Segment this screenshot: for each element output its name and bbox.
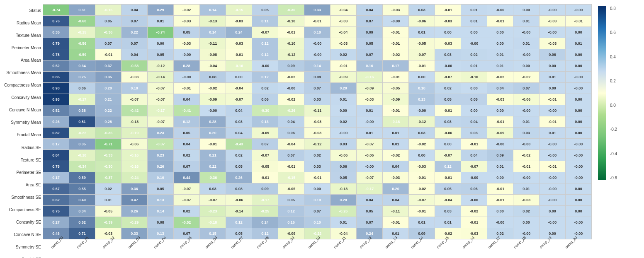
heatmap-cell: 0.47 — [122, 195, 147, 205]
heatmap-cell: 0.02 — [252, 83, 278, 94]
heatmap-cell: -0.60 — [69, 16, 95, 27]
heatmap-cell: -0.12 — [278, 49, 304, 60]
heatmap-cell: -0.00 — [566, 139, 591, 149]
colorbar-tick-label: -0.6 — [610, 176, 617, 180]
heatmap-cell: 0.12 — [174, 116, 199, 127]
main-container: StatusRadius MeanTexture MeanPerimeter M… — [0, 0, 644, 258]
heatmap-cell: 0.00 — [566, 128, 591, 138]
heatmap-cell: 0.03 — [200, 183, 226, 194]
heatmap-cell: 0.01 — [513, 116, 539, 127]
heatmap-cell: -0.00 — [540, 217, 565, 228]
heatmap-cell: -0.03 — [383, 5, 408, 15]
heatmap-cell: 0.08 — [148, 217, 173, 228]
heatmap-cell: 0.01 — [148, 16, 173, 27]
heatmap-cell: 0.05 — [148, 49, 173, 60]
heatmap-cell: -0.01 — [409, 60, 435, 71]
row-labels: StatusRadius MeanTexture MeanPerimeter M… — [4, 4, 43, 258]
heatmap-cell: -0.01 — [540, 116, 565, 127]
heatmap-cell: -0.00 — [304, 38, 330, 49]
heatmap-cell: 0.00 — [487, 38, 513, 49]
heatmap-cell: 0.62 — [43, 195, 69, 205]
heatmap-cell: -0.00 — [540, 183, 565, 194]
heatmap-cell: 0.05 — [357, 206, 382, 217]
heatmap-cell: -0.03 — [383, 172, 408, 183]
heatmap-cell: 0.02 — [435, 83, 461, 94]
heatmap-cell: 0.52 — [69, 217, 95, 228]
heatmap-cell: 0.21 — [200, 150, 226, 161]
heatmap-cell: 0.10 — [148, 172, 173, 183]
row-label: Smoothness SE — [4, 192, 41, 203]
heatmap-cell: -0.01 — [383, 105, 408, 116]
heatmap-cell: -0.02 — [278, 94, 304, 105]
heatmap-cell: -0.00 — [357, 161, 382, 172]
heatmap-cell: 0.00 — [540, 206, 565, 217]
heatmap-cell: 0.13 — [409, 94, 435, 105]
heatmap-cell: 0.04 — [278, 116, 304, 127]
heatmap-cell: 0.07 — [278, 150, 304, 161]
heatmap-cell: 0.14 — [200, 5, 226, 15]
heatmap-cell: 0.03 — [409, 128, 435, 138]
heatmap-cell: -0.06 — [357, 150, 382, 161]
colorbar-tick-label: -0.2 — [610, 127, 617, 132]
heatmap-cell: -0.00 — [513, 105, 539, 116]
heatmap-cell: -0.06 — [513, 94, 539, 105]
heatmap-cell: 0.00 — [435, 139, 461, 149]
row-label: Compactness Mean — [4, 80, 41, 91]
heatmap-cell: -0.07 — [148, 94, 173, 105]
heatmap-cell: -0.06 — [122, 139, 147, 149]
heatmap-cell: 0.00 — [487, 206, 513, 217]
heatmap-cell: -0.17 — [252, 195, 278, 205]
heatmap-cell: 0.55 — [69, 183, 95, 194]
heatmap-cell: 0.00 — [513, 217, 539, 228]
heatmap-cell: -0.00 — [566, 217, 591, 228]
heatmap-cell: 0.28 — [95, 116, 121, 127]
heatmap-cell: 0.07 — [174, 161, 199, 172]
heatmap-cell: 0.22 — [122, 27, 147, 38]
heatmap-cell: -0.01 — [566, 16, 591, 27]
heatmap-cell: -0.07 — [252, 27, 278, 38]
colorbar: 0.80.60.40.20.0-0.2-0.4-0.6 — [598, 6, 617, 258]
heatmap-cell: -0.15 — [69, 27, 95, 38]
heatmap-cell: 0.20 — [200, 128, 226, 138]
heatmap-cell: 0.06 — [461, 183, 487, 194]
heatmap-cell: 0.04 — [357, 5, 382, 15]
heatmap-cell: -0.01 — [200, 139, 226, 149]
heatmap-cell: -0.11 — [200, 38, 226, 49]
heatmap-cell: 0.02 — [331, 49, 356, 60]
colorbar-tick-label: 0.2 — [610, 79, 617, 83]
heatmap-cell: 0.04 — [461, 150, 487, 161]
heatmap-cell: 0.35 — [95, 72, 121, 82]
heatmap-cell: 0.26 — [148, 161, 173, 172]
heatmap-cell: -0.09 — [383, 94, 408, 105]
heatmap-cell: 0.03 — [435, 206, 461, 217]
heatmap-cell: -0.07 — [174, 183, 199, 194]
heatmap-cell: -0.03 — [331, 38, 356, 49]
heatmap-cell: -0.00 — [174, 72, 199, 82]
heatmap-cell: -0.00 — [461, 195, 487, 205]
heatmap-cell: 0.05 — [331, 172, 356, 183]
heatmap-cell: -0.02 — [200, 83, 226, 94]
heatmap-cell: 0.16 — [278, 217, 304, 228]
heatmap-cell: -0.07 — [252, 150, 278, 161]
heatmap-cell: 0.00 — [461, 27, 487, 38]
heatmap-cell: 0.12 — [435, 161, 461, 172]
heatmap-cell: 0.09 — [357, 27, 382, 38]
heatmap-cell: 0.03 — [304, 161, 330, 172]
heatmap-cell: -0.00 — [540, 27, 565, 38]
heatmap-cell: -0.01 — [304, 16, 330, 27]
heatmap-cell: -0.09 — [487, 128, 513, 138]
heatmap-cell: -0.30 — [278, 5, 304, 15]
heatmap-cell: -0.16 — [226, 60, 252, 71]
heatmap-cell: 0.27 — [43, 217, 69, 228]
heatmap-cell: -0.09 — [357, 83, 382, 94]
heatmap-cell: -0.00 — [513, 27, 539, 38]
row-label: Concavity Mean — [4, 92, 41, 103]
heatmap-cell: 0.05 — [95, 16, 121, 27]
heatmap-cell: 0.34 — [69, 60, 95, 71]
heatmap-cell: 0.01 — [513, 183, 539, 194]
heatmap-cell: -0.03 — [540, 38, 565, 49]
heatmap-cell: -0.03 — [122, 72, 147, 82]
heatmap-cell: -0.04 — [331, 5, 356, 15]
heatmap-cell: -0.17 — [69, 94, 95, 105]
heatmap-grid: -0.740.31-0.150.040.29-0.020.14-0.150.05… — [43, 4, 592, 239]
